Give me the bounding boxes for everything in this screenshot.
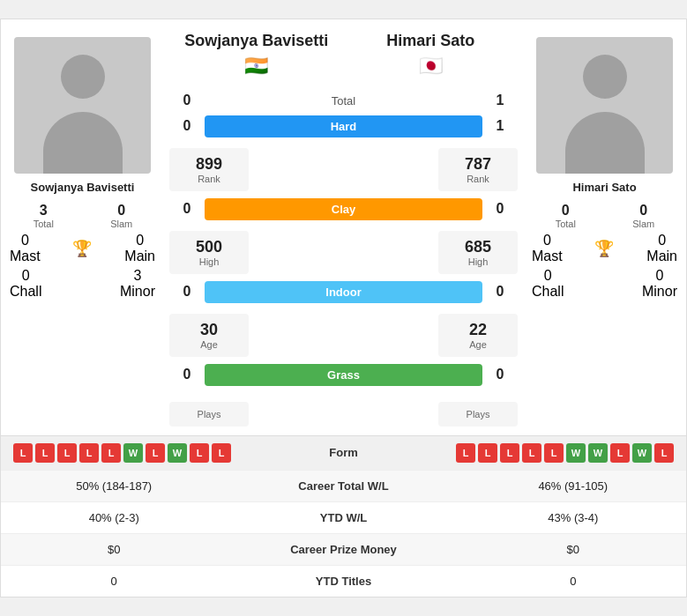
stats-p1-val: $0 [1,533,227,565]
form-badge-p1: L [101,443,121,463]
p2-main-lbl: Main [646,249,677,264]
stats-p2-val: 43% (3-4) [460,501,686,533]
total-label: Total [205,90,482,112]
stats-row: 0YTD Titles0 [1,565,686,597]
form-badge-p1: L [13,443,33,463]
p1-name-center-wrapper: Sowjanya Bavisetti 🇮🇳 [169,32,344,78]
p1-slam-pair: 0 Slam [88,203,156,229]
player2-avatar [536,37,673,174]
p1-slam-lbl: Slam [110,219,132,229]
form-badge-p1: L [57,443,77,463]
p2-main-pair: 0 Main [646,233,677,264]
p2-bottom-row: 0 Chall 0 Minor [532,268,677,300]
stats-label: Career Prize Money [227,533,459,565]
p1-plays-box: Plays [169,402,249,427]
form-badge-p2: W [588,443,608,463]
top-section: Sowjanya Bavisetti 3 Total 0 Slam 0 Mast… [1,19,686,435]
p1-rank-val: 899 [182,155,236,174]
form-badge-p1: W [168,443,187,463]
stats-row: $0Career Prize Money$0 [1,533,686,565]
clay-btn: Clay [205,198,482,220]
form-badge-p1: L [146,443,165,463]
p1-total-lbl: Total [34,219,54,229]
stats-p1-val: 40% (2-3) [1,501,227,533]
grass-score-row: 0 Grass 0 [169,364,518,386]
p2-slam-val: 0 [639,203,647,219]
p1-trophy-row: 0 Mast 🏆 0 Main [10,233,155,264]
hard-p2-score: 1 [482,118,518,134]
grass-p2-score: 0 [482,367,518,382]
indoor-p1-score: 0 [169,284,205,300]
p2-trophy-row: 0 Mast 🏆 0 Main [532,233,677,264]
form-badge-p2: L [610,443,630,463]
p2-chall-val: 0 [544,268,552,284]
stats-p2-val: $0 [460,533,686,565]
player1-avatar-body [43,112,123,174]
p1-age-val: 30 [182,321,236,339]
p1-bottom-row: 0 Chall 3 Minor [10,268,155,300]
p1-chall-pair: 0 Chall [10,268,41,300]
form-section: LLLLLWLWLL Form LLLLLWWLWL [1,435,686,470]
p2-total-val: 0 [562,203,570,219]
p2-slam-lbl: Slam [632,219,654,229]
player2-avatar-body [565,112,645,174]
p2-form-badges: LLLLLWWLWL [406,443,675,463]
p1-name-center: Sowjanya Bavisetti [169,32,344,51]
form-badge-p2: L [478,443,497,463]
stats-label: YTD Titles [227,565,459,597]
center-column: Sowjanya Bavisetti 🇮🇳 Himari Sato 🇯🇵 0 T… [164,28,523,427]
stats-table: 50% (184-187)Career Total W/L46% (91-105… [1,470,686,597]
p2-rank-lbl: Rank [451,174,505,184]
p1-chall-lbl: Chall [10,284,41,300]
player1-name: Sowjanya Bavisetti [31,181,135,194]
p1-flag: 🇮🇳 [169,55,344,78]
grass-btn: Grass [205,364,482,386]
player2-avatar-head [583,55,627,99]
stats-label: YTD W/L [227,501,459,533]
player1-avatar [14,37,151,174]
p2-minor-val: 0 [656,268,664,284]
p2-mast-pair: 0 Mast [532,233,563,264]
hard-score-row: 0 Hard 1 [169,115,518,137]
form-badge-p2: L [500,443,519,463]
player2-stats: 0 Total 0 Slam [532,203,677,229]
p2-age-val: 22 [451,321,505,339]
p2-minor-pair: 0 Minor [642,268,677,300]
p1-total-pair: 3 Total [10,203,78,229]
p1-total-val: 3 [40,203,48,219]
p2-total-lbl: Total [556,219,576,229]
p1-mast-lbl: Mast [10,249,41,264]
p1-minor-val: 3 [134,268,142,284]
form-badge-p2: L [456,443,475,463]
p1-main-pair: 0 Main [124,233,155,264]
stats-label: Career Total W/L [227,470,459,501]
p1-high-lbl: High [182,256,236,267]
p2-high-box: 685 High [438,231,518,274]
form-badge-p2: L [544,443,564,463]
player1-avatar-head [61,55,105,99]
p1-age-lbl: Age [182,339,236,350]
p2-plays-lbl: Plays [451,409,505,419]
form-badge-p1: W [123,443,143,463]
p2-trophy-icon: 🏆 [563,239,647,258]
p2-age-lbl: Age [451,339,505,350]
p1-minor-pair: 3 Minor [120,268,155,300]
form-badge-p2: L [654,443,674,463]
p1-high-val: 500 [182,238,236,256]
stats-p1-val: 0 [1,565,227,597]
form-badge-p1: L [190,443,209,463]
p1-form-badges: LLLLLWLWLL [13,443,282,463]
p2-slam-pair: 0 Slam [610,203,678,229]
stats-p2-val: 0 [460,565,686,597]
clay-score-row: 0 Clay 0 [169,198,518,220]
p1-high-box: 500 High [169,231,249,274]
total-p2-score: 1 [482,93,518,108]
p2-chall-pair: 0 Chall [532,268,564,300]
p1-slam-val: 0 [117,203,125,219]
p1-main-lbl: Main [124,249,155,264]
form-badge-p2: L [522,443,541,463]
player2-name: Himari Sato [572,181,636,194]
p1-chall-val: 0 [22,268,30,284]
form-label: Form [282,446,406,459]
player1-card: Sowjanya Bavisetti 3 Total 0 Slam 0 Mast… [1,28,164,427]
